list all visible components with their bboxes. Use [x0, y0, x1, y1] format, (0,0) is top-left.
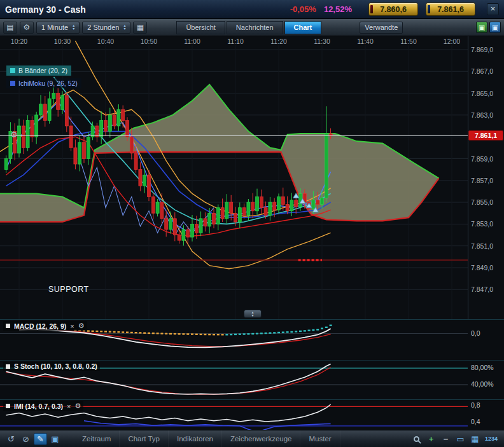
stoch-panel: S Stoch (10, 10, 3, 0.8, 0.2) 80,00% 40,… — [0, 360, 504, 399]
grid-view-icon[interactable]: ▦ — [468, 433, 482, 445]
imi-axis-label-04: 0,4 — [471, 418, 480, 425]
tab-nachrichten[interactable]: Nachrichten — [227, 21, 283, 34]
indicator-settings-icon[interactable]: ⚙ — [78, 322, 85, 330]
macd-axis-label: 0,0 — [471, 329, 480, 337]
price-axis-label: 7.865,0 — [471, 90, 493, 97]
price-axis-label: 7.867,0 — [471, 67, 493, 75]
macd-panel: MACD (12, 26, 9) × ⚙ 0,0 — [0, 319, 504, 360]
legend-ichimoku[interactable]: IchiMoku (9, 26, 52) — [6, 78, 81, 88]
bottom-button-zeichenwerkzeuge[interactable]: Zeichenwerkzeuge — [222, 430, 301, 447]
sell-price-button[interactable]: 7.860,6 — [368, 3, 418, 16]
time-axis-label: 11:00 — [184, 38, 200, 45]
legend-color-swatch — [10, 81, 15, 86]
chart-gear-icon[interactable]: ⚙ — [10, 130, 18, 139]
panel-splitter[interactable]: ▴▾ — [244, 310, 262, 318]
series-swatch — [6, 404, 10, 408]
tab-group: ÜbersichtNachrichtenChart — [176, 21, 321, 34]
bottom-menu-group: ZeitraumChart TypIndikatorenZeichenwerkz… — [74, 430, 340, 447]
legend-color-swatch — [10, 68, 15, 73]
imi-axis-label-08: 0,8 — [471, 401, 480, 409]
zoom-icon[interactable] — [410, 433, 423, 445]
axis-separator — [468, 36, 468, 319]
interval-select[interactable]: 1 Minute ▴▾ — [36, 22, 80, 34]
price-axis-label: 7.851,0 — [471, 242, 493, 250]
remove-indicator-icon[interactable]: × — [67, 402, 71, 410]
trading-window: Germany 30 - Cash -0,05% 12,52% 7.860,6 … — [0, 0, 504, 447]
imi-label-row: IMI (14, 0.7, 0.3) × ⚙ — [3, 401, 83, 411]
tab-chart[interactable]: Chart — [284, 21, 322, 34]
time-axis-label: 11:40 — [357, 38, 374, 45]
change-percent: -0,05% — [290, 4, 316, 14]
pencil-icon[interactable]: ✎ — [34, 433, 47, 445]
related-button[interactable]: Verwandte — [360, 22, 403, 34]
time-axis-label: 10:40 — [97, 38, 114, 45]
price-axis-label: 7.855,0 — [471, 198, 493, 206]
chevron-updown-icon: ▴▾ — [73, 24, 74, 31]
tab-übersicht[interactable]: Übersicht — [176, 21, 225, 34]
current-price-badge: 7.861,1 — [468, 130, 503, 141]
price-axis-label: 7.859,0 — [471, 155, 493, 163]
price-axis-label: 7.869,0 — [471, 46, 493, 53]
layers-icon[interactable]: ▣ — [48, 433, 62, 445]
range-label: 2 Stunden — [87, 24, 119, 31]
macd-label-row: MACD (12, 26, 9) × ⚙ — [3, 321, 87, 331]
calendar-icon[interactable]: ▦ — [133, 22, 147, 34]
time-axis-label: 10:50 — [141, 38, 157, 45]
bottom-button-chart-typ[interactable]: Chart Typ — [120, 430, 169, 447]
price-axis-label: 7.857,0 — [471, 177, 493, 184]
time-axis-label: 11:20 — [270, 38, 287, 45]
instrument-title: Germany 30 - Cash — [5, 4, 86, 15]
indicator-settings-icon[interactable]: ⚙ — [74, 402, 81, 410]
bottom-button-muster[interactable]: Muster — [300, 430, 340, 447]
bottom-button-indikatoren[interactable]: Indikatoren — [169, 430, 222, 447]
close-icon[interactable]: × — [487, 3, 499, 15]
zoom-out-icon[interactable]: − — [439, 433, 452, 445]
buy-price-button[interactable]: 7.861,6 — [426, 3, 475, 16]
price-axis-label: 7.863,0 — [471, 111, 493, 119]
remove-indicator-icon[interactable]: × — [70, 322, 74, 330]
snapshot-icon[interactable]: ▣ — [476, 22, 487, 33]
bottom-button-zeitraum[interactable]: Zeitraum — [74, 430, 120, 447]
imi-panel: IMI (14, 0.7, 0.3) × ⚙ 0,8 0,4 — [0, 399, 504, 430]
series-swatch — [6, 364, 10, 369]
popout-icon[interactable]: ▣ — [489, 22, 501, 33]
time-axis-label: 11:10 — [227, 38, 244, 45]
refresh-icon[interactable]: ↺ — [4, 433, 18, 445]
disable-drawing-icon[interactable]: ⊘ — [19, 433, 32, 445]
chevron-updown-icon: ▴▾ — [123, 24, 125, 31]
list-icon[interactable]: ▤ — [3, 22, 17, 34]
chart-window-icon[interactable]: ▭ — [454, 433, 467, 445]
range-percent: 12,52% — [324, 4, 352, 14]
price-axis-label: 7.849,0 — [471, 264, 493, 272]
price-axis-label: 7.853,0 — [471, 220, 493, 228]
stoch-axis-label-40: 40,00% — [471, 380, 494, 388]
range-select[interactable]: 2 Stunden ▴▾ — [82, 22, 130, 34]
support-annotation: SUPPORT — [48, 285, 89, 294]
gear-icon[interactable]: ⚙ — [20, 22, 34, 34]
time-axis-label: 10:20 — [11, 38, 27, 45]
time-axis-label: 11:50 — [400, 38, 417, 45]
chart-toolbar: ▤ ⚙ 1 Minute ▴▾ 2 Stunden ▴▾ ▦ Übersicht… — [0, 19, 504, 36]
stoch-label-row: S Stoch (10, 10, 3, 0.8, 0.2) — [3, 362, 100, 371]
interval-label: 1 Minute — [41, 24, 68, 31]
stoch-axis-label-80: 80,00% — [471, 364, 494, 371]
price-axis-label: 7.847,0 — [471, 285, 493, 293]
time-axis-label: 11:30 — [314, 38, 330, 45]
magnifier-icon — [414, 436, 419, 442]
main-chart-area[interactable]: B Bänder (20, 2) IchiMoku (9, 26, 52) ⚙ … — [0, 36, 504, 319]
time-axis-label: 10:30 — [54, 38, 71, 45]
title-bar: Germany 30 - Cash -0,05% 12,52% 7.860,6 … — [0, 0, 504, 19]
line-chikou — [80, 159, 214, 235]
legend-bollinger[interactable]: B Bänder (20, 2) — [6, 65, 71, 76]
numbers-view-button[interactable]: 1234 — [482, 436, 500, 442]
time-axis-label: 12:00 — [444, 38, 460, 45]
zoom-in-icon[interactable]: + — [424, 433, 438, 445]
series-swatch — [6, 324, 10, 328]
bottom-toolbar: ↺ ⊘ ✎ ▣ ZeitraumChart TypIndikatorenZeic… — [0, 430, 504, 447]
